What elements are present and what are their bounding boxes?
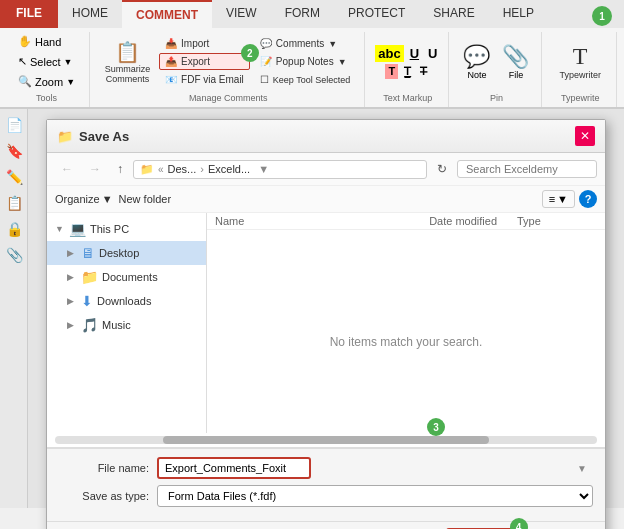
- expand-icon-docs: ▶: [67, 272, 77, 282]
- refresh-button[interactable]: ↻: [431, 159, 453, 179]
- keep-tool-icon: ☐: [260, 74, 269, 85]
- save-as-type-row: Save as type: Form Data Files (*.fdf): [59, 485, 593, 507]
- downloads-icon: ⬇: [81, 293, 93, 309]
- popup-notes-button[interactable]: 📝 Popup Notes ▼: [254, 53, 356, 70]
- organize-chevron: ▼: [102, 193, 113, 205]
- strikethrough-t-icon[interactable]: T̶: [417, 64, 430, 79]
- underline-u-icon[interactable]: U: [407, 45, 422, 62]
- highlight-abc-icon[interactable]: abc: [375, 45, 403, 62]
- sidebar-layers-icon[interactable]: 📋: [2, 191, 26, 215]
- expand-icon-desktop: ▶: [67, 248, 77, 258]
- main-file-panel: Name Date modified Type No items match y…: [207, 213, 605, 433]
- file-toolbar: Organize ▼ New folder ≡ ▼ ?: [47, 186, 605, 213]
- file-name-label: File name:: [59, 462, 149, 474]
- column-headers: Name Date modified Type: [207, 213, 605, 230]
- this-pc-icon: 💻: [69, 221, 86, 237]
- view-icon: ≡: [549, 193, 555, 205]
- sidebar-bookmark-icon[interactable]: 🔖: [2, 139, 26, 163]
- popup-icon: 📝: [260, 56, 272, 67]
- strikethrough-u-icon[interactable]: U: [425, 45, 440, 62]
- tab-file[interactable]: FILE: [0, 0, 58, 28]
- sidebar-attachments-icon[interactable]: 📎: [2, 243, 26, 267]
- badge-3: 3: [427, 418, 445, 436]
- save-as-type-wrapper: Form Data Files (*.fdf): [157, 485, 593, 507]
- view-toggle-button[interactable]: ≡ ▼: [542, 190, 575, 208]
- save-as-type-select[interactable]: Form Data Files (*.fdf): [157, 485, 593, 507]
- tree-item-documents[interactable]: ▶ 📁 Documents: [47, 265, 206, 289]
- back-button[interactable]: ←: [55, 159, 79, 179]
- save-as-dialog: 📁 Save As ✕ ← → ↑ 📁 « Des... › Exceld...…: [46, 119, 606, 529]
- tab-comment[interactable]: COMMENT: [122, 0, 212, 28]
- fdf-icon: 📧: [165, 74, 177, 85]
- sidebar-security-icon[interactable]: 🔒: [2, 217, 26, 241]
- sidebar-page-icon[interactable]: 📄: [2, 113, 26, 137]
- nav-chevron-1: ›: [200, 163, 204, 175]
- keep-tool-button[interactable]: ☐ Keep Tool Selected: [254, 71, 356, 88]
- comments-button[interactable]: 💬 Comments ▼: [254, 35, 356, 52]
- pin-group: 💬 Note 📎 File Pin: [451, 32, 542, 107]
- select-icon: ↖: [18, 55, 27, 68]
- tab-home[interactable]: HOME: [58, 0, 122, 28]
- toolbar-right: ≡ ▼ ?: [542, 190, 597, 208]
- dialog-footer: ▲ Hide Folders Save 4 Cancel: [47, 521, 605, 529]
- tab-share[interactable]: SHARE: [419, 0, 488, 28]
- organize-button[interactable]: Organize ▼: [55, 193, 113, 205]
- nav-dropdown-arrow[interactable]: ▼: [258, 163, 269, 175]
- file-browser: ▼ 💻 This PC ▶ 🖥 Desktop ▶ 📁 Documents: [47, 213, 605, 433]
- typewriter-button[interactable]: T Typewriter: [552, 39, 608, 84]
- view-chevron: ▼: [557, 193, 568, 205]
- form-area: File name: ▼ Save as type: Form Data Fil…: [47, 448, 605, 521]
- highlight-t-icon[interactable]: T: [385, 64, 398, 79]
- scrollbar-thumb[interactable]: [163, 436, 488, 444]
- tab-help[interactable]: HELP: [489, 0, 548, 28]
- export-button[interactable]: 📤 Export 2: [159, 53, 250, 70]
- tab-view[interactable]: VIEW: [212, 0, 271, 28]
- zoom-icon: 🔍: [18, 75, 32, 88]
- fdf-button[interactable]: 📧 FDF via Email: [159, 71, 250, 88]
- dialog-close-button[interactable]: ✕: [575, 126, 595, 146]
- sidebar-annotation-icon[interactable]: ✏️: [2, 165, 26, 189]
- zoom-button[interactable]: 🔍 Zoom ▼: [12, 72, 81, 91]
- file-name-input-wrapper: ▼: [157, 457, 593, 479]
- music-icon: 🎵: [81, 317, 98, 333]
- tab-protect[interactable]: PROTECT: [334, 0, 419, 28]
- search-input[interactable]: [457, 160, 597, 178]
- hand-button[interactable]: ✋ Hand: [12, 32, 67, 51]
- help-button[interactable]: ?: [579, 190, 597, 208]
- expand-icon-music: ▶: [67, 320, 77, 330]
- summarize-button[interactable]: 📋 Summarize Comments: [100, 36, 155, 88]
- empty-message: No items match your search.: [330, 335, 483, 349]
- manage-comments-group: 📋 Summarize Comments 📥 Import 📤 Export 2: [92, 32, 365, 107]
- select-button[interactable]: ↖ Select ▼: [12, 52, 79, 71]
- text-markup-group: abc U U T T̲ T̶ Text Markup: [367, 32, 449, 107]
- file-name-input[interactable]: [157, 457, 311, 479]
- tools-buttons: ✋ Hand ↖ Select ▼ 🔍 Zoom ▼: [12, 32, 81, 91]
- main-area: 📄 🔖 ✏️ 📋 🔒 📎 📁 Save As ✕ ← → ↑: [0, 109, 624, 508]
- badge-4: 4: [510, 518, 528, 529]
- underline-t-icon[interactable]: T̲: [401, 64, 414, 79]
- note-button[interactable]: 💬 Note: [459, 40, 494, 84]
- forward-button[interactable]: →: [83, 159, 107, 179]
- desktop-icon: 🖥: [81, 245, 95, 261]
- hand-icon: ✋: [18, 35, 32, 48]
- dialog-titlebar: 📁 Save As ✕: [47, 120, 605, 153]
- nav-path: 📁 « Des... › Exceld... ▼: [133, 160, 427, 179]
- folder-title-icon: 📁: [57, 129, 73, 144]
- file-name-dropdown-arrow[interactable]: ▼: [577, 463, 587, 474]
- tree-item-desktop[interactable]: ▶ 🖥 Desktop: [47, 241, 206, 265]
- documents-icon: 📁: [81, 269, 98, 285]
- comments-icon: 💬: [260, 38, 272, 49]
- tools-group: ✋ Hand ↖ Select ▼ 🔍 Zoom ▼ Tools: [4, 32, 90, 107]
- summarize-icon: 📋: [115, 40, 140, 64]
- tree-item-this-pc[interactable]: ▼ 💻 This PC: [47, 217, 206, 241]
- horizontal-scrollbar[interactable]: [55, 436, 597, 444]
- file-icon: 📎: [502, 44, 529, 70]
- undo-redo-area: 1: [592, 6, 612, 26]
- import-button[interactable]: 📥 Import: [159, 35, 250, 52]
- tree-item-downloads[interactable]: ▶ ⬇ Downloads: [47, 289, 206, 313]
- tree-item-music[interactable]: ▶ 🎵 Music: [47, 313, 206, 337]
- up-button[interactable]: ↑: [111, 159, 129, 179]
- file-button[interactable]: 📎 File: [498, 40, 533, 84]
- tab-form[interactable]: FORM: [271, 0, 334, 28]
- new-folder-button[interactable]: New folder: [119, 193, 172, 205]
